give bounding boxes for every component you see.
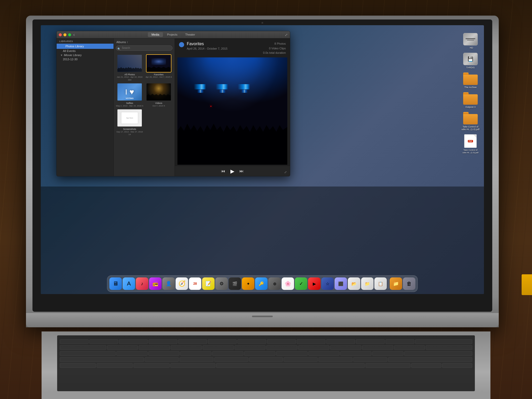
dock-podcasts[interactable]: 📻 (149, 277, 162, 290)
key[interactable] (116, 351, 148, 356)
key[interactable] (178, 339, 207, 344)
rewind-button[interactable]: ⏮ (221, 169, 225, 174)
key[interactable] (330, 345, 361, 350)
dock-app8[interactable]: ☆ (321, 277, 334, 290)
key[interactable] (235, 345, 266, 350)
dock-imovie[interactable]: 🎬 (229, 277, 241, 290)
tab-theater[interactable]: Theater (182, 32, 199, 37)
key[interactable] (89, 339, 118, 344)
key[interactable] (356, 339, 385, 344)
key[interactable] (148, 351, 179, 356)
play-button[interactable]: ▶ (230, 168, 234, 174)
key[interactable] (60, 339, 89, 344)
album-selfies[interactable]: I ♥ VOTING Selfies May 2, 2014 - Mar 15,… (116, 83, 143, 107)
tab-key[interactable] (60, 345, 106, 350)
key[interactable] (107, 345, 138, 350)
fn-key[interactable] (60, 363, 96, 368)
expand-button[interactable]: ⤢ (285, 33, 288, 37)
dock-photos[interactable]: 🌸 (282, 277, 294, 290)
library-item-imovie[interactable]: ▼ iMovie Library (57, 53, 114, 57)
dock-app10[interactable]: 📂 (348, 277, 360, 290)
key[interactable] (249, 357, 283, 362)
album-screenshots[interactable]: App Store Screenshots Sep 17, 2013 - Mar… (116, 109, 143, 136)
rshift-key[interactable] (388, 357, 472, 362)
key[interactable] (203, 345, 234, 350)
desktop-icon-pdf[interactable]: PDF Take Control ofudio Hi...(1.0).pdf (460, 134, 481, 154)
library-item-photos[interactable]: Photos Library (57, 44, 114, 49)
key[interactable] (266, 345, 297, 350)
dock-app7[interactable]: ▶ (308, 277, 321, 290)
minimize-button[interactable] (63, 33, 66, 36)
key[interactable] (214, 357, 248, 362)
dock-itunes[interactable]: ♪ (136, 277, 148, 290)
desktop-icon-outpost[interactable]: Take Control of udio Hi...(1.0).pdf (460, 112, 481, 131)
key[interactable] (145, 357, 179, 362)
library-item-all-events[interactable]: All Events (57, 49, 114, 53)
key[interactable] (362, 345, 393, 350)
key[interactable] (385, 339, 414, 344)
key[interactable] (276, 351, 307, 356)
key[interactable] (340, 351, 371, 356)
dock-app11[interactable]: 📁 (361, 277, 374, 290)
dock-trash[interactable]: 🗑 (403, 277, 415, 290)
key[interactable] (244, 351, 275, 356)
back-button[interactable]: ‹ (73, 32, 75, 37)
key[interactable] (394, 345, 425, 350)
dock-folder[interactable]: 📁 (390, 277, 402, 290)
caps-key[interactable] (60, 351, 116, 356)
right-key[interactable] (442, 363, 472, 368)
key[interactable] (298, 345, 329, 350)
fullscreen-button[interactable]: ⤢ (284, 170, 287, 174)
shift-key[interactable] (60, 357, 144, 362)
opt-key[interactable] (134, 363, 170, 368)
tab-media[interactable]: Media (148, 32, 163, 37)
rcmd-key[interactable] (365, 363, 410, 368)
close-button[interactable] (59, 33, 62, 36)
tab-projects[interactable]: Projects (163, 32, 181, 37)
desktop-icon-tardis[interactable]: The Archive (460, 72, 481, 89)
key[interactable] (171, 345, 202, 350)
left-key[interactable] (411, 363, 441, 368)
dock-app9[interactable]: ⬛ (335, 277, 347, 290)
key[interactable] (179, 357, 214, 362)
album-favorites[interactable]: Favorites Apr 26, 2014 - Oct 7, 2015 8 (145, 54, 172, 82)
key[interactable] (353, 357, 387, 362)
library-item-2013[interactable]: 2013-12-30 (57, 57, 114, 61)
key[interactable] (267, 339, 296, 344)
dock-app5[interactable]: ⊕ (268, 277, 281, 290)
key[interactable] (212, 351, 243, 356)
maximize-button[interactable] (68, 33, 71, 36)
desktop-icon-bootcamp[interactable]: 💾 TARDIS (460, 53, 481, 69)
key[interactable] (308, 351, 340, 356)
key[interactable] (284, 357, 318, 362)
dock-calendar[interactable]: 28 (189, 277, 201, 290)
dock-app3[interactable]: ✦ (242, 277, 254, 290)
dock-finder[interactable]: 🖥 (109, 277, 122, 290)
key[interactable] (139, 345, 170, 350)
key[interactable] (180, 351, 211, 356)
desktop-icon-archive[interactable]: Outpost 3 (460, 92, 481, 108)
middle-panel[interactable]: Albums ↑ 🔍 (114, 38, 175, 176)
album-all-photos[interactable]: All Photos Jan 21, 2012 - Apr 22, 2016 3… (116, 54, 143, 82)
dock-app4[interactable]: 🔑 (255, 277, 268, 290)
dock-safari[interactable]: 🧭 (176, 277, 188, 290)
dock-app12[interactable]: 📋 (374, 277, 387, 290)
key[interactable] (208, 339, 237, 344)
return-key[interactable] (404, 351, 472, 356)
dock-appstore[interactable]: A (123, 277, 135, 290)
dock-app1[interactable]: ⚙ (215, 277, 228, 290)
dock-app6[interactable]: ✓ (295, 277, 307, 290)
key[interactable] (326, 339, 355, 344)
dock-contacts[interactable]: 👤 (162, 277, 175, 290)
key[interactable] (119, 339, 148, 344)
key[interactable] (237, 339, 266, 344)
desktop-icon-hd[interactable]: HD (460, 33, 481, 49)
ctrl-key[interactable] (97, 363, 133, 368)
delete-key[interactable] (415, 339, 472, 344)
dock-notes[interactable]: 📝 (202, 277, 215, 290)
space-key[interactable] (216, 363, 365, 368)
cmd-key[interactable] (170, 363, 215, 368)
album-videos[interactable]: Videos Oct 7, 2015 5 (145, 83, 172, 107)
fast-forward-button[interactable]: ⏭ (240, 169, 244, 174)
key[interactable] (318, 357, 353, 362)
